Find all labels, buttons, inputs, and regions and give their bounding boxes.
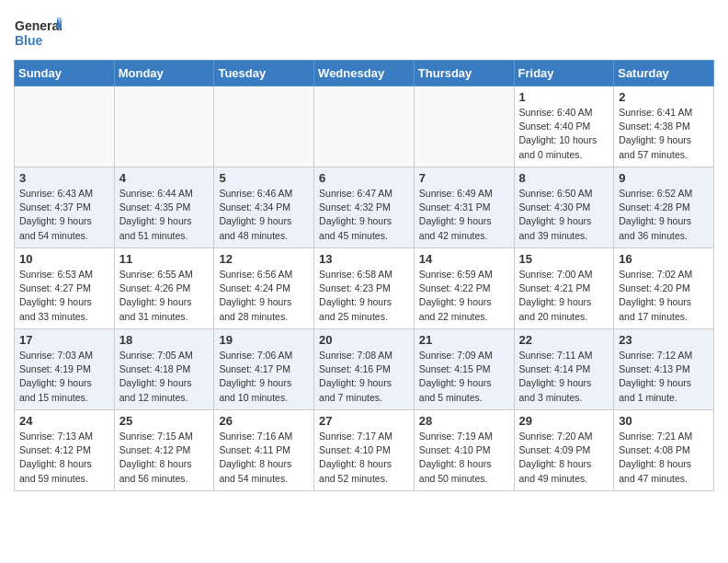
day-info: Sunrise: 7:13 AM Sunset: 4:12 PM Dayligh… <box>19 430 109 486</box>
calendar-cell <box>414 86 514 167</box>
day-info: Sunrise: 7:05 AM Sunset: 4:18 PM Dayligh… <box>119 349 210 405</box>
day-number: 29 <box>519 414 609 428</box>
day-info: Sunrise: 7:02 AM Sunset: 4:20 PM Dayligh… <box>619 268 709 324</box>
calendar-header-row: SundayMondayTuesdayWednesdayThursdayFrid… <box>15 61 714 86</box>
day-info: Sunrise: 6:49 AM Sunset: 4:31 PM Dayligh… <box>419 187 509 243</box>
weekday-header-friday: Friday <box>514 61 614 86</box>
calendar-cell: 15Sunrise: 7:00 AM Sunset: 4:21 PM Dayli… <box>514 248 614 329</box>
day-info: Sunrise: 7:15 AM Sunset: 4:12 PM Dayligh… <box>119 430 210 486</box>
day-info: Sunrise: 6:55 AM Sunset: 4:26 PM Dayligh… <box>119 268 210 324</box>
day-number: 25 <box>119 414 210 428</box>
day-number: 16 <box>619 252 709 266</box>
calendar-cell: 16Sunrise: 7:02 AM Sunset: 4:20 PM Dayli… <box>614 248 714 329</box>
day-number: 19 <box>219 333 309 347</box>
calendar-cell <box>314 86 415 167</box>
day-number: 28 <box>419 414 509 428</box>
calendar-week-1: 1Sunrise: 6:40 AM Sunset: 4:40 PM Daylig… <box>15 86 714 167</box>
day-number: 8 <box>519 171 609 185</box>
day-number: 13 <box>319 252 409 266</box>
day-number: 17 <box>19 333 109 347</box>
calendar-cell: 22Sunrise: 7:11 AM Sunset: 4:14 PM Dayli… <box>514 329 614 410</box>
day-number: 22 <box>519 333 609 347</box>
calendar-week-5: 24Sunrise: 7:13 AM Sunset: 4:12 PM Dayli… <box>15 410 714 491</box>
day-number: 12 <box>219 252 309 266</box>
calendar-cell: 11Sunrise: 6:55 AM Sunset: 4:26 PM Dayli… <box>114 248 214 329</box>
day-number: 10 <box>19 252 109 266</box>
day-info: Sunrise: 6:56 AM Sunset: 4:24 PM Dayligh… <box>219 268 309 324</box>
logo-svg: General Blue <box>14 14 62 52</box>
day-info: Sunrise: 7:08 AM Sunset: 4:16 PM Dayligh… <box>319 349 409 405</box>
day-info: Sunrise: 7:16 AM Sunset: 4:11 PM Dayligh… <box>219 430 309 486</box>
weekday-header-thursday: Thursday <box>414 61 514 86</box>
calendar-cell <box>15 86 115 167</box>
weekday-header-wednesday: Wednesday <box>314 61 415 86</box>
calendar-cell: 3Sunrise: 6:43 AM Sunset: 4:37 PM Daylig… <box>15 167 115 248</box>
day-info: Sunrise: 7:19 AM Sunset: 4:10 PM Dayligh… <box>419 430 509 486</box>
calendar-week-4: 17Sunrise: 7:03 AM Sunset: 4:19 PM Dayli… <box>15 329 714 410</box>
calendar-cell: 14Sunrise: 6:59 AM Sunset: 4:22 PM Dayli… <box>414 248 514 329</box>
day-number: 5 <box>219 171 309 185</box>
weekday-header-sunday: Sunday <box>15 61 115 86</box>
calendar-cell: 17Sunrise: 7:03 AM Sunset: 4:19 PM Dayli… <box>15 329 115 410</box>
calendar-cell: 18Sunrise: 7:05 AM Sunset: 4:18 PM Dayli… <box>114 329 214 410</box>
day-info: Sunrise: 6:44 AM Sunset: 4:35 PM Dayligh… <box>119 187 210 243</box>
day-info: Sunrise: 6:52 AM Sunset: 4:28 PM Dayligh… <box>619 187 709 243</box>
day-info: Sunrise: 7:06 AM Sunset: 4:17 PM Dayligh… <box>219 349 309 405</box>
svg-text:General: General <box>15 18 62 33</box>
calendar-cell <box>214 86 314 167</box>
calendar-cell: 26Sunrise: 7:16 AM Sunset: 4:11 PM Dayli… <box>214 410 314 491</box>
day-number: 7 <box>419 171 509 185</box>
day-info: Sunrise: 6:41 AM Sunset: 4:38 PM Dayligh… <box>619 106 709 162</box>
day-number: 27 <box>319 414 409 428</box>
calendar-cell: 24Sunrise: 7:13 AM Sunset: 4:12 PM Dayli… <box>15 410 115 491</box>
calendar-cell: 25Sunrise: 7:15 AM Sunset: 4:12 PM Dayli… <box>114 410 214 491</box>
calendar-cell: 27Sunrise: 7:17 AM Sunset: 4:10 PM Dayli… <box>314 410 415 491</box>
calendar-cell: 1Sunrise: 6:40 AM Sunset: 4:40 PM Daylig… <box>514 86 614 167</box>
day-number: 2 <box>619 90 709 104</box>
calendar-cell: 21Sunrise: 7:09 AM Sunset: 4:15 PM Dayli… <box>414 329 514 410</box>
day-number: 26 <box>219 414 309 428</box>
day-info: Sunrise: 6:50 AM Sunset: 4:30 PM Dayligh… <box>519 187 609 243</box>
day-number: 6 <box>319 171 409 185</box>
calendar-cell: 10Sunrise: 6:53 AM Sunset: 4:27 PM Dayli… <box>15 248 115 329</box>
calendar-cell: 9Sunrise: 6:52 AM Sunset: 4:28 PM Daylig… <box>614 167 714 248</box>
day-info: Sunrise: 7:21 AM Sunset: 4:08 PM Dayligh… <box>619 430 709 486</box>
calendar-cell <box>114 86 214 167</box>
calendar-cell: 4Sunrise: 6:44 AM Sunset: 4:35 PM Daylig… <box>114 167 214 248</box>
day-number: 1 <box>519 90 609 104</box>
header: General Blue <box>14 9 714 52</box>
calendar-cell: 20Sunrise: 7:08 AM Sunset: 4:16 PM Dayli… <box>314 329 415 410</box>
day-info: Sunrise: 7:11 AM Sunset: 4:14 PM Dayligh… <box>519 349 609 405</box>
calendar-cell: 8Sunrise: 6:50 AM Sunset: 4:30 PM Daylig… <box>514 167 614 248</box>
calendar-cell: 5Sunrise: 6:46 AM Sunset: 4:34 PM Daylig… <box>214 167 314 248</box>
calendar-cell: 7Sunrise: 6:49 AM Sunset: 4:31 PM Daylig… <box>414 167 514 248</box>
calendar: SundayMondayTuesdayWednesdayThursdayFrid… <box>14 60 714 491</box>
day-number: 9 <box>619 171 709 185</box>
day-info: Sunrise: 7:03 AM Sunset: 4:19 PM Dayligh… <box>19 349 109 405</box>
day-number: 3 <box>19 171 109 185</box>
calendar-week-2: 3Sunrise: 6:43 AM Sunset: 4:37 PM Daylig… <box>15 167 714 248</box>
day-info: Sunrise: 6:46 AM Sunset: 4:34 PM Dayligh… <box>219 187 309 243</box>
day-number: 14 <box>419 252 509 266</box>
day-number: 23 <box>619 333 709 347</box>
day-number: 20 <box>319 333 409 347</box>
weekday-header-tuesday: Tuesday <box>214 61 314 86</box>
calendar-cell: 30Sunrise: 7:21 AM Sunset: 4:08 PM Dayli… <box>614 410 714 491</box>
day-number: 24 <box>19 414 109 428</box>
calendar-cell: 12Sunrise: 6:56 AM Sunset: 4:24 PM Dayli… <box>214 248 314 329</box>
day-number: 18 <box>119 333 210 347</box>
day-number: 11 <box>119 252 210 266</box>
calendar-cell: 19Sunrise: 7:06 AM Sunset: 4:17 PM Dayli… <box>214 329 314 410</box>
svg-text:Blue: Blue <box>15 33 43 48</box>
calendar-cell: 13Sunrise: 6:58 AM Sunset: 4:23 PM Dayli… <box>314 248 415 329</box>
day-info: Sunrise: 7:20 AM Sunset: 4:09 PM Dayligh… <box>519 430 609 486</box>
day-number: 30 <box>619 414 709 428</box>
day-info: Sunrise: 6:58 AM Sunset: 4:23 PM Dayligh… <box>319 268 409 324</box>
day-number: 15 <box>519 252 609 266</box>
day-number: 4 <box>119 171 210 185</box>
weekday-header-saturday: Saturday <box>614 61 714 86</box>
day-info: Sunrise: 6:53 AM Sunset: 4:27 PM Dayligh… <box>19 268 109 324</box>
day-info: Sunrise: 6:40 AM Sunset: 4:40 PM Dayligh… <box>519 106 609 162</box>
calendar-cell: 29Sunrise: 7:20 AM Sunset: 4:09 PM Dayli… <box>514 410 614 491</box>
day-info: Sunrise: 7:09 AM Sunset: 4:15 PM Dayligh… <box>419 349 509 405</box>
